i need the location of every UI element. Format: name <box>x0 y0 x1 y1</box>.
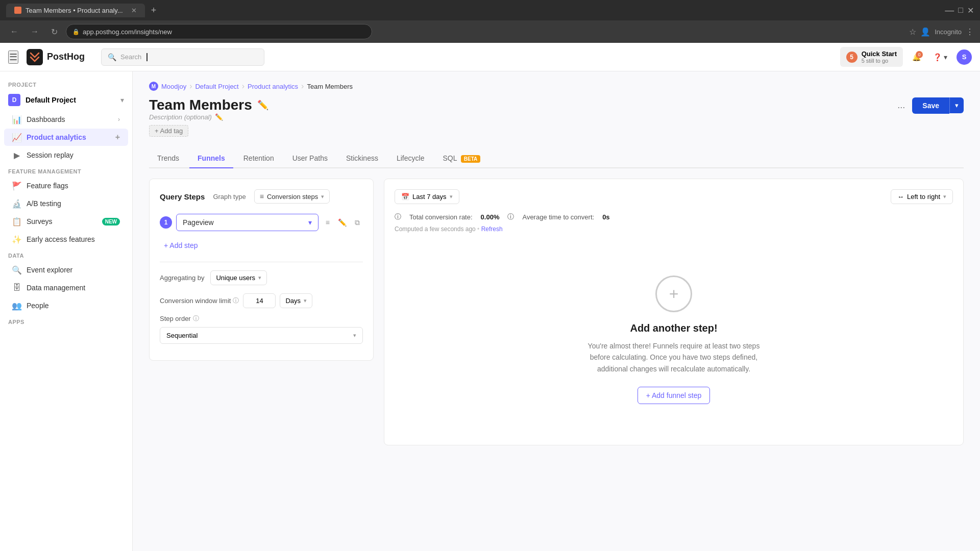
sidebar-item-product-analytics[interactable]: 📈 Product analytics + <box>4 129 128 146</box>
tab-sql[interactable]: SQL BETA <box>434 149 488 168</box>
sidebar-item-event-explorer[interactable]: 🔍 Event explorer <box>4 261 128 279</box>
breadcrumb: M Moodjoy › Default Project › Product an… <box>149 82 964 91</box>
sidebar-item-early-access[interactable]: ✨ Early access features <box>4 231 128 248</box>
notification-badge: 0 <box>916 51 923 58</box>
sidebar-item-session-replay[interactable]: ▶ Session replay <box>4 146 128 164</box>
date-range-picker[interactable]: 📅 Last 7 days ▾ <box>395 189 459 204</box>
more-options-button[interactable]: ... <box>894 97 908 114</box>
direction-select[interactable]: ↔ Left to right ▾ <box>891 189 953 204</box>
main-content: M Moodjoy › Default Project › Product an… <box>133 71 980 551</box>
search-bar[interactable]: 🔍 Search <box>101 48 264 66</box>
breadcrumb-project[interactable]: Moodjoy <box>161 83 186 90</box>
sidebar-item-ab-testing[interactable]: 🔬 A/B testing <box>4 195 128 212</box>
user-avatar[interactable]: S <box>957 49 972 65</box>
sidebar-item-data-management[interactable]: 🗄 Data management <box>4 279 128 296</box>
tab-lifecycle[interactable]: Lifecycle <box>388 149 432 168</box>
sidebar-item-people[interactable]: 👥 People <box>4 297 128 314</box>
search-cursor <box>146 53 148 61</box>
step-edit-button[interactable]: ✏️ <box>335 216 350 229</box>
add-tag-button[interactable]: + Add tag <box>149 125 188 137</box>
calendar-icon: 📅 <box>401 193 409 201</box>
bookmark-icon[interactable]: ☆ <box>909 27 916 37</box>
results-panel: 📅 Last 7 days ▾ ↔ Left to right ▾ <box>384 179 964 445</box>
add-funnel-step-button[interactable]: + Add funnel step <box>638 387 710 404</box>
window-close-button[interactable]: ✕ <box>967 6 974 15</box>
logo-icon <box>27 49 43 65</box>
step-copy-button[interactable]: ⧉ <box>352 216 363 229</box>
breadcrumb-product-analytics[interactable]: Product analytics <box>248 83 298 90</box>
conversion-window-info-icon[interactable]: ⓘ <box>233 296 239 305</box>
tab-trends[interactable]: Trends <box>149 149 187 168</box>
product-analytics-add-button[interactable]: + <box>115 133 120 142</box>
forward-button[interactable]: → <box>27 25 43 38</box>
add-step-label: + Add step <box>164 241 198 249</box>
tag-row: + Add tag <box>149 125 268 137</box>
extensions-icon[interactable]: ⋮ <box>966 27 974 37</box>
dashboards-icon: 📊 <box>12 115 21 124</box>
conversion-window-unit-select[interactable]: Days ▾ <box>280 293 312 308</box>
graph-type-select[interactable]: ≡ Conversion steps ▾ <box>254 189 330 204</box>
logo-text: PostHog <box>47 52 85 62</box>
breadcrumb-default-project[interactable]: Default Project <box>195 83 238 90</box>
conversion-stats: ⓘ Total conversion rate: 0.00% ⓘ Average… <box>395 212 953 221</box>
browser-tab[interactable]: Team Members • Product analy... ✕ <box>6 4 145 17</box>
reload-button[interactable]: ↻ <box>47 25 62 39</box>
breadcrumb-current: Team Members <box>307 83 353 90</box>
sidebar-item-dashboards[interactable]: 📊 Dashboards › <box>4 111 128 128</box>
project-name: Default Project <box>26 96 76 104</box>
hamburger-menu[interactable]: ☰ <box>8 51 18 64</box>
tab-user-paths[interactable]: User Paths <box>284 149 336 168</box>
top-bar-right: 5 Quick Start 5 still to go 🔔 0 ❓ ▾ S <box>840 47 972 67</box>
conversion-window-input[interactable] <box>243 293 276 308</box>
back-button[interactable]: ← <box>6 25 22 38</box>
dashboards-chevron: › <box>118 116 120 123</box>
feature-management-section-label: FEATURE MANAGEMENT <box>0 164 132 177</box>
step-filter-button[interactable]: ≡ <box>323 216 333 229</box>
quick-start-label: Quick Start <box>862 50 897 58</box>
new-tab-button[interactable]: + <box>151 5 157 16</box>
avg-time-label: Average time to convert: <box>522 213 594 221</box>
refresh-link[interactable]: Refresh <box>481 226 503 233</box>
surveys-icon: 📋 <box>12 217 21 226</box>
step-select-1[interactable]: Pageview ▾ <box>176 214 318 231</box>
profile-icon[interactable]: 👤 <box>920 27 930 37</box>
tab-retention[interactable]: Retention <box>235 149 282 168</box>
description-row[interactable]: Description (optional) ✏️ <box>149 113 268 121</box>
session-replay-icon: ▶ <box>12 151 21 160</box>
tab-funnels[interactable]: Funnels <box>189 149 233 168</box>
step-order-select[interactable]: Sequential ▾ <box>160 327 363 344</box>
people-icon: 👥 <box>12 301 21 310</box>
save-dropdown-button[interactable]: ▾ <box>949 97 964 113</box>
top-bar: ☰ PostHog 🔍 Search 5 Quick Start 5 still… <box>0 43 980 71</box>
step-value-1: Pageview <box>183 218 214 227</box>
step-order-info-icon[interactable]: ⓘ <box>193 314 199 323</box>
save-button[interactable]: Save <box>912 97 949 114</box>
query-steps-label: Query Steps <box>160 192 205 201</box>
step-row-1: 1 Pageview ▾ ≡ ✏️ ⧉ <box>160 214 363 231</box>
tab-close-button[interactable]: ✕ <box>131 7 137 14</box>
tab-stickiness[interactable]: Stickiness <box>338 149 386 168</box>
maximize-button[interactable]: □ <box>958 6 963 15</box>
quick-start-button[interactable]: 5 Quick Start 5 still to go <box>840 47 903 67</box>
address-bar[interactable]: 🔒 app.posthog.com/insights/new <box>66 24 372 39</box>
step-dropdown-icon: ▾ <box>308 218 312 227</box>
add-step-button[interactable]: + Add step <box>160 237 363 254</box>
product-analytics-label: Product analytics <box>27 133 110 141</box>
direction-icon: ↔ <box>897 193 904 201</box>
project-chevron-icon: ▾ <box>120 96 124 104</box>
help-button[interactable]: ❓ ▾ <box>930 50 950 64</box>
avg-time-value: 0s <box>602 213 609 221</box>
project-selector[interactable]: D Default Project ▾ <box>0 90 132 110</box>
search-icon: 🔍 <box>108 53 116 61</box>
sidebar-item-label: Dashboards <box>27 115 113 123</box>
edit-title-button[interactable]: ✏️ <box>257 99 268 111</box>
notifications-button[interactable]: 🔔 0 <box>909 50 924 64</box>
conversion-unit-chevron: ▾ <box>304 297 307 304</box>
graph-type-chevron: ▾ <box>321 193 324 200</box>
minimize-button[interactable]: — <box>945 5 954 16</box>
sidebar: PROJECT D Default Project ▾ 📊 Dashboards… <box>0 71 133 551</box>
feature-flags-icon: 🚩 <box>12 181 21 190</box>
sidebar-item-surveys[interactable]: 📋 Surveys NEW <box>4 213 128 230</box>
sidebar-item-feature-flags[interactable]: 🚩 Feature flags <box>4 177 128 194</box>
aggregating-select[interactable]: Unique users ▾ <box>210 270 267 285</box>
